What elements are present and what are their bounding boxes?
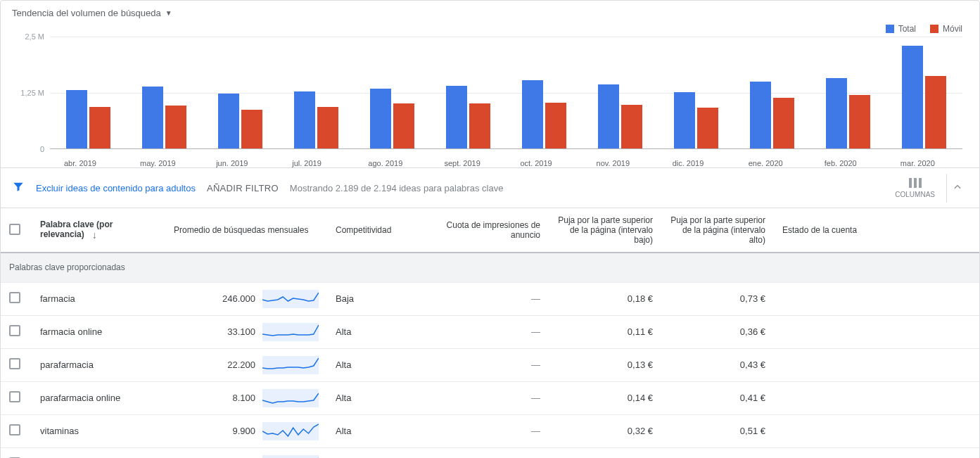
header-competition[interactable]: Competitividad (327, 208, 436, 253)
chart-yaxis: 2,5 M 1,25 M 0 (1, 37, 50, 149)
columns-button[interactable]: COLUMNAS (884, 174, 947, 203)
cell-high-bid: 0,51 € (661, 414, 774, 447)
sparkline (262, 455, 319, 459)
chevron-down-icon: ▼ (165, 9, 172, 17)
row-checkbox[interactable] (9, 325, 20, 336)
filter-bar: Excluir ideas de contenido para adultos … (1, 167, 979, 208)
header-low-bid[interactable]: Puja por la parte superior de la página … (549, 208, 661, 253)
legend-total[interactable]: Total (886, 24, 916, 34)
ytick: 1,25 M (20, 89, 44, 97)
table-row[interactable]: vitaminas9.900Alta—0,32 €0,51 € (1, 414, 979, 447)
xtick: mar. 2020 (886, 155, 962, 167)
add-filter-button[interactable]: AÑADIR FILTRO (207, 183, 279, 193)
arrow-down-icon: ↓ (87, 229, 97, 241)
cell-low-bid: 0,14 € (549, 381, 661, 414)
row-checkbox[interactable] (9, 424, 20, 435)
table-row[interactable]: farmacia246.000Baja—0,18 €0,73 € (1, 282, 979, 315)
bar-group[interactable] (506, 37, 582, 148)
header-account-status[interactable]: Estado de la cuenta (774, 208, 979, 253)
xtick: abr. 2019 (50, 155, 126, 167)
xtick: oct. 2019 (506, 155, 582, 167)
cell-high-bid: 0,43 € (661, 348, 774, 381)
row-checkbox[interactable] (9, 292, 20, 303)
bar-total (294, 91, 315, 148)
columns-label: COLUMNAS (895, 191, 935, 198)
cell-avg-value: 33.100 (227, 326, 255, 337)
bar-mobile (773, 98, 794, 148)
bar-group[interactable] (810, 37, 886, 148)
cell-impression-share: — (436, 381, 549, 414)
sparkline (262, 290, 319, 308)
keyword-planner-card: Tendencia del volumen de búsqueda ▼ Tota… (0, 0, 980, 458)
showing-count: Mostrando 2.189 de 2.194 ideas para pala… (290, 183, 504, 193)
cell-keyword: farmacia online (32, 315, 165, 348)
table-row[interactable]: farmacia online33.100Alta—0,11 €0,36 € (1, 315, 979, 348)
ytick: 2,5 M (25, 32, 44, 41)
table-row[interactable]: complementos vitaminicos590Alta—0,21 €0,… (1, 447, 979, 458)
cell-low-bid: 0,13 € (549, 348, 661, 381)
select-all-checkbox[interactable] (9, 224, 20, 235)
cell-avg-value: 22.200 (227, 360, 255, 370)
row-checkbox[interactable] (9, 358, 20, 369)
cell-low-bid: 0,21 € (549, 447, 661, 458)
header-avg[interactable]: Promedio de búsquedas mensuales (165, 208, 327, 253)
bar-mobile (545, 103, 566, 148)
chart-legend: Total Móvil (1, 21, 979, 34)
bar-mobile (89, 107, 110, 148)
xtick: sept. 2019 (430, 155, 506, 167)
bar-group[interactable] (658, 37, 734, 148)
bar-group[interactable] (278, 37, 354, 148)
bar-mobile (469, 103, 490, 148)
header-high-bid[interactable]: Puja por la parte superior de la página … (661, 208, 774, 253)
filter-icon[interactable] (12, 180, 25, 196)
collapse-button[interactable] (947, 182, 968, 194)
chart-title-dropdown[interactable]: Tendencia del volumen de búsqueda ▼ (1, 1, 979, 21)
cell-keyword: vitaminas (32, 414, 165, 447)
exclude-adult-link[interactable]: Excluir ideas de contenido para adultos (36, 183, 196, 193)
cell-avg-value: 246.000 (222, 293, 255, 304)
sparkline (262, 356, 319, 374)
header-keyword-label: Palabra clave (por relevancia) (40, 220, 113, 239)
cell-high-bid: 0,36 € (661, 315, 774, 348)
cell-avg: 590 (165, 447, 327, 458)
legend-mobile[interactable]: Móvil (930, 24, 962, 34)
row-checkbox[interactable] (9, 391, 20, 402)
bar-group[interactable] (50, 37, 126, 148)
cell-account-status (774, 414, 979, 447)
header-impression-share[interactable]: Cuota de impresiones de anuncio (436, 208, 549, 253)
svg-rect-2 (919, 178, 922, 188)
table-row[interactable]: parafarmacia online8.100Alta—0,14 €0,41 … (1, 381, 979, 414)
square-icon (930, 25, 938, 33)
cell-avg: 33.100 (165, 315, 327, 348)
table-row[interactable]: parafarmacia22.200Alta—0,13 €0,43 € (1, 348, 979, 381)
cell-competition: Alta (327, 348, 436, 381)
cell-low-bid: 0,32 € (549, 414, 661, 447)
legend-total-label: Total (898, 24, 916, 34)
cell-impression-share: — (436, 414, 549, 447)
cell-impression-share: — (436, 282, 549, 315)
bar-total (826, 78, 847, 148)
cell-avg: 8.100 (165, 381, 327, 414)
header-keyword[interactable]: Palabra clave (por relevancia) ↓ (32, 208, 165, 253)
bar-total (446, 86, 467, 148)
chart-title: Tendencia del volumen de búsqueda (12, 8, 161, 18)
chart-bars-area[interactable] (50, 37, 962, 149)
bar-group[interactable] (202, 37, 278, 148)
cell-competition: Alta (327, 447, 436, 458)
bar-group[interactable] (886, 37, 962, 148)
xtick: jul. 2019 (278, 155, 354, 167)
bar-group[interactable] (430, 37, 506, 148)
chart-xaxis: abr. 2019may. 2019jun. 2019jul. 2019ago.… (50, 155, 979, 167)
bar-group[interactable] (583, 37, 658, 148)
bar-total (674, 92, 695, 148)
bar-group[interactable] (354, 37, 430, 148)
cell-high-bid: 0,41 € (661, 381, 774, 414)
bar-group[interactable] (734, 37, 810, 148)
bar-total (66, 90, 87, 148)
bar-group[interactable] (126, 37, 202, 148)
xtick: jun. 2019 (202, 155, 278, 167)
cell-avg: 9.900 (165, 414, 327, 447)
cell-keyword: complementos vitaminicos (32, 447, 165, 458)
cell-competition: Alta (327, 414, 436, 447)
cell-avg: 22.200 (165, 348, 327, 381)
